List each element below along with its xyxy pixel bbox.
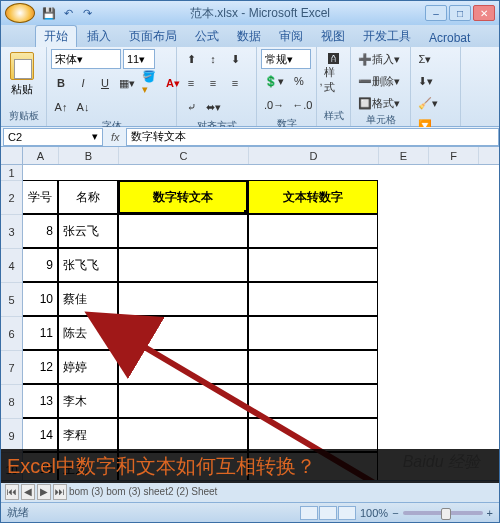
italic-button[interactable]: I [73,73,93,93]
cell-A8[interactable]: 13 [23,384,58,418]
cell-A6[interactable]: 11 [23,316,58,350]
zoom-in-button[interactable]: + [487,507,493,519]
sheet-nav-prev[interactable]: ◀ [21,484,35,500]
align-center-button[interactable]: ≡ [203,73,223,93]
cell-C9[interactable] [118,418,248,452]
format-cells-button[interactable]: 🔲格式▾ [355,93,403,113]
tab-数据[interactable]: 数据 [229,26,269,47]
cell-C4[interactable] [118,248,248,282]
font-name-dropdown[interactable]: 宋体 ▾ [51,49,121,69]
cell-D4[interactable] [248,248,378,282]
cell-C7[interactable] [118,350,248,384]
cell-C6[interactable] [118,316,248,350]
autosum-button[interactable]: Σ▾ [415,49,435,69]
insert-cells-button[interactable]: ➕插入▾ [355,49,403,69]
row-header-1[interactable]: 1 [1,165,22,181]
col-header-D[interactable]: D [249,147,379,164]
align-top-button[interactable]: ⬆ [181,49,201,69]
cell-B9[interactable]: 李程 [58,418,118,452]
grow-font-button[interactable]: A↑ [51,97,71,117]
normal-view-button[interactable] [300,506,318,520]
cell-A4[interactable]: 9 [23,248,58,282]
fill-button[interactable]: ⬇▾ [415,71,436,91]
page-break-view-button[interactable] [338,506,356,520]
cell-B7[interactable]: 婷婷 [58,350,118,384]
percent-button[interactable]: % [289,71,309,91]
cell-C5[interactable] [118,282,248,316]
cell-C8[interactable] [118,384,248,418]
cell-C3[interactable] [118,214,248,248]
cell-B4[interactable]: 张飞飞 [58,248,118,282]
col-header-E[interactable]: E [379,147,429,164]
page-layout-view-button[interactable] [319,506,337,520]
tab-Acrobat[interactable]: Acrobat [421,29,478,47]
tab-公式[interactable]: 公式 [187,26,227,47]
redo-icon[interactable]: ↷ [79,5,95,21]
zoom-out-button[interactable]: − [392,507,398,519]
row-header-5[interactable]: 5 [1,283,22,317]
sheet-nav-next[interactable]: ▶ [37,484,51,500]
cell-D6[interactable] [248,316,378,350]
currency-button[interactable]: 💲▾ [261,71,287,91]
tab-开发工具[interactable]: 开发工具 [355,26,419,47]
maximize-button[interactable]: □ [449,5,471,21]
sheet-nav-first[interactable]: ⏮ [5,484,19,500]
row-header-4[interactable]: 4 [1,249,22,283]
col-header-C[interactable]: C [119,147,249,164]
styles-button[interactable]: 🅰 样式 [321,49,346,99]
cell-A2[interactable]: 学号 [23,180,58,214]
clear-button[interactable]: 🧹▾ [415,93,441,113]
number-format-dropdown[interactable]: 常规▾ [261,49,311,69]
increase-decimal-button[interactable]: .0→ [261,95,287,115]
align-bottom-button[interactable]: ⬇ [225,49,245,69]
underline-button[interactable]: U [95,73,115,93]
cell-C2[interactable]: 数字转文本 [118,180,248,214]
save-icon[interactable]: 💾 [41,5,57,21]
border-button[interactable]: ▦▾ [117,73,137,93]
tab-审阅[interactable]: 审阅 [271,26,311,47]
sheet-tabs[interactable]: bom (3) bom (3) sheet2 (2) Sheet [69,486,495,497]
row-header-9[interactable]: 9 [1,419,22,453]
cell-B2[interactable]: 名称 [58,180,118,214]
shrink-font-button[interactable]: A↓ [73,97,93,117]
cell-D7[interactable] [248,350,378,384]
tab-开始[interactable]: 开始 [35,25,77,47]
cell-D8[interactable] [248,384,378,418]
align-right-button[interactable]: ≡ [225,73,245,93]
col-header-A[interactable]: A [23,147,59,164]
row-header-8[interactable]: 8 [1,385,22,419]
spreadsheet-grid[interactable]: 12345678910 ABCDEF 学号名称数字转文本文本转数字8张云飞9张飞… [1,147,499,480]
row-header-6[interactable]: 6 [1,317,22,351]
align-left-button[interactable]: ≡ [181,73,201,93]
bold-button[interactable]: B [51,73,71,93]
row-header-7[interactable]: 7 [1,351,22,385]
formula-input[interactable]: 数字转文本 [126,128,499,146]
cell-A9[interactable]: 14 [23,418,58,452]
tab-页面布局[interactable]: 页面布局 [121,26,185,47]
cell-A3[interactable]: 8 [23,214,58,248]
zoom-slider[interactable] [403,511,483,515]
undo-icon[interactable]: ↶ [60,5,76,21]
paste-button[interactable]: 粘贴 [5,49,39,99]
cell-A7[interactable]: 12 [23,350,58,384]
tab-视图[interactable]: 视图 [313,26,353,47]
cell-D2[interactable]: 文本转数字 [248,180,378,214]
minimize-button[interactable]: – [425,5,447,21]
cell-B5[interactable]: 蔡佳 [58,282,118,316]
col-header-F[interactable]: F [429,147,479,164]
cell-B3[interactable]: 张云飞 [58,214,118,248]
fill-color-button[interactable]: 🪣▾ [139,73,161,93]
cell-D5[interactable] [248,282,378,316]
font-size-dropdown[interactable]: 11 ▾ [123,49,155,69]
close-button[interactable]: ✕ [473,5,495,21]
fx-icon[interactable]: fx [105,131,126,143]
office-button[interactable] [5,3,35,23]
wrap-text-button[interactable]: ⤶ [181,97,201,117]
delete-cells-button[interactable]: ➖删除▾ [355,71,403,91]
cell-B8[interactable]: 李木 [58,384,118,418]
tab-插入[interactable]: 插入 [79,26,119,47]
name-box[interactable]: C2▾ [3,128,103,146]
align-middle-button[interactable]: ↕ [203,49,223,69]
decrease-decimal-button[interactable]: ←.0 [289,95,315,115]
row-header-2[interactable]: 2 [1,181,22,215]
